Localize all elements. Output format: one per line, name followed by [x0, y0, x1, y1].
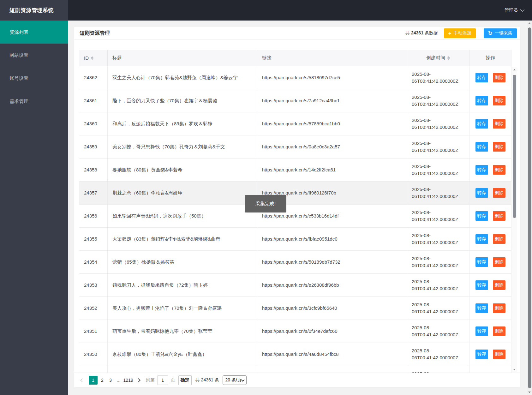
- page-number[interactable]: 1: [89, 376, 98, 385]
- save-button[interactable]: 转存: [475, 234, 488, 244]
- delete-button[interactable]: 删除: [493, 96, 505, 105]
- save-button[interactable]: 转存: [475, 165, 488, 175]
- scroll-up-icon[interactable]: [513, 69, 516, 70]
- save-button[interactable]: 转存: [475, 188, 488, 198]
- next-page-button[interactable]: [135, 379, 142, 382]
- page-size-value: 20 条/页: [225, 377, 241, 383]
- cell-actions: 转存 删除: [469, 112, 511, 135]
- page-size-select[interactable]: 20 条/页: [223, 375, 247, 385]
- table-row: 2025-08-06T00:41:42.000000Z 转存 删除: [79, 366, 511, 373]
- sidebar-item-label: 需求管理: [9, 99, 28, 104]
- cell-link: [257, 366, 407, 373]
- delete-button[interactable]: 删除: [493, 165, 505, 175]
- delete-button[interactable]: 删除: [493, 142, 505, 152]
- cell-id: 24350: [79, 343, 108, 366]
- save-button[interactable]: 转存: [475, 326, 488, 336]
- sidebar-item[interactable]: 资源列表: [0, 21, 68, 44]
- column-header[interactable]: 创建时间: [407, 50, 469, 66]
- page-ellipsis: ...: [115, 376, 122, 385]
- page-scrollbar-thumb[interactable]: [528, 27, 531, 388]
- total-records: 共 24361 条: [195, 377, 219, 383]
- cell-created: 2025-08-06T00:41:42.000000Z: [407, 228, 469, 250]
- cell-link: https://pan.quark.cn/s/4a6d8454fbc8: [257, 343, 407, 366]
- count-prefix: 共: [405, 30, 411, 35]
- table-body: 24362 双生之美人心计（70集）郭茗苑&越野兔（周逸峰）&姜云宁 https…: [79, 66, 511, 373]
- cell-actions: 转存 删除: [469, 205, 511, 227]
- delete-button[interactable]: 删除: [493, 119, 505, 129]
- save-button[interactable]: 转存: [475, 350, 488, 359]
- column-header[interactable]: ID: [79, 50, 108, 66]
- sidebar-item[interactable]: 需求管理: [0, 90, 68, 113]
- prev-page-button[interactable]: [79, 379, 86, 382]
- column-header: 操作: [469, 50, 511, 66]
- confirm-button[interactable]: 确定: [178, 375, 192, 385]
- page-number[interactable]: 2: [99, 376, 106, 385]
- save-button[interactable]: 转存: [475, 96, 488, 105]
- cell-id: 24358: [79, 159, 108, 181]
- page-number[interactable]: 3: [107, 376, 114, 385]
- save-button[interactable]: 转存: [475, 73, 488, 82]
- collect-button[interactable]: ↻ 一键采集: [484, 28, 517, 38]
- cell-title: 镇魂赊刀人，抓我后果请自负（72集）熊玉婷: [108, 274, 257, 296]
- save-button[interactable]: 转存: [475, 257, 488, 267]
- save-button[interactable]: 转存: [475, 142, 488, 152]
- collect-label: 一键采集: [495, 30, 512, 36]
- cell-actions: 转存 删除: [469, 135, 511, 158]
- delete-button[interactable]: 删除: [493, 280, 505, 290]
- table-row: 24351 萌宝重生后，带着妈咪惊艳九零（70集）张莹莹 https://pan…: [79, 320, 511, 343]
- delete-button[interactable]: 删除: [493, 73, 505, 82]
- cell-id: 24353: [79, 274, 108, 296]
- total-count: 共 24361 条数据: [405, 30, 438, 36]
- save-button[interactable]: 转存: [475, 119, 488, 129]
- delete-button[interactable]: 删除: [493, 326, 505, 336]
- cell-id: 24362: [79, 66, 108, 89]
- cell-title: 如果轮回有声音&妈妈，这次别放手（50集）: [108, 205, 257, 227]
- save-button[interactable]: 转存: [475, 303, 488, 313]
- sidebar-item[interactable]: 网站设置: [0, 44, 68, 67]
- scroll-up-icon[interactable]: [528, 22, 531, 24]
- cell-id: 24354: [79, 251, 108, 273]
- cell-link: https://pan.quark.cn/s/0f34e7dafc60: [257, 320, 407, 343]
- cell-link: https://pan.quark.cn/s/3cfc9bf65640: [257, 297, 407, 320]
- delete-button[interactable]: 删除: [493, 303, 505, 313]
- table-row: 24352 美人攻心，男频帝王沦陷了（70集）刘一隆＆孙露璐 https://p…: [79, 297, 511, 320]
- sidebar-item-label: 网站设置: [9, 52, 28, 58]
- delete-button[interactable]: 删除: [493, 257, 505, 267]
- scroll-down-icon[interactable]: [513, 369, 516, 370]
- page-number[interactable]: 1219: [123, 376, 133, 385]
- cell-link: https://pan.quark.cn/s/5818097d7ce5: [257, 66, 407, 89]
- table-scrollbar[interactable]: [512, 67, 517, 372]
- delete-button[interactable]: 删除: [493, 350, 505, 359]
- sort-icon: [91, 56, 93, 60]
- scroll-down-icon[interactable]: [528, 392, 531, 393]
- toast-message: 采集完成!: [245, 195, 286, 212]
- column-header-label: 标题: [112, 55, 122, 61]
- table-scrollbar-thumb[interactable]: [513, 75, 516, 218]
- table-row: 24362 双生之美人心计（70集）郭茗苑&越野兔（周逸峰）&姜云宁 https…: [79, 66, 511, 89]
- page-scrollbar[interactable]: [527, 21, 532, 395]
- sidebar-item[interactable]: 账号设置: [0, 67, 68, 90]
- cell-link: https://pan.quark.cn/s/7a912ca43bc1: [257, 89, 407, 112]
- cell-created: 2025-08-06T00:41:42.000000Z: [407, 89, 469, 112]
- cell-actions: 转存 删除: [469, 89, 511, 112]
- cell-created: 2025-08-06T00:41:42.000000Z: [407, 66, 469, 89]
- delete-button[interactable]: 删除: [493, 211, 505, 221]
- refresh-icon: ↻: [488, 31, 493, 36]
- delete-button[interactable]: 删除: [493, 234, 505, 244]
- cell-id: 24360: [79, 112, 108, 135]
- goto-page-input[interactable]: [157, 375, 168, 385]
- pagination-bar: 1 2 3 ... 1219 到第 页 确定 共 24361 条 20 条/页: [74, 373, 520, 387]
- cell-link: https://pan.quark.cn/s/14c2ff2fca61: [257, 159, 407, 181]
- cell-id: 24357: [79, 182, 108, 204]
- cell-link: https://pan.quark.cn/s/50189eb7d732: [257, 251, 407, 273]
- cell-actions: 转存 删除: [469, 228, 511, 250]
- save-button[interactable]: 转存: [475, 211, 488, 221]
- delete-button[interactable]: 删除: [493, 188, 505, 198]
- cell-created: 2025-08-06T00:41:42.000000Z: [407, 320, 469, 343]
- manual-add-button[interactable]: + 手动添加: [444, 28, 476, 38]
- cell-actions: 转存 删除: [469, 66, 511, 89]
- cell-link: https://pan.quark.cn/s/fbfae0951dc0: [257, 228, 407, 250]
- save-button[interactable]: 转存: [475, 280, 488, 290]
- user-menu[interactable]: 管理员: [505, 0, 524, 21]
- table-row: 24358 要她服软（80集）黄圣桀&李若希 https://pan.quark…: [79, 159, 511, 182]
